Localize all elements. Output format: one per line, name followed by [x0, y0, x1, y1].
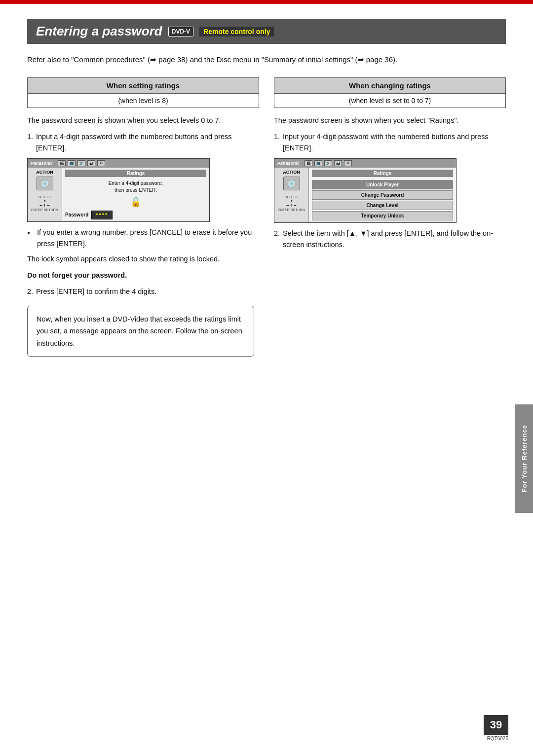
icon-r2: 📺: [314, 160, 322, 166]
right-step-1: Input your 4-digit password with the num…: [274, 131, 506, 154]
password-stars: ****: [91, 211, 113, 219]
ratings-header-right: Ratings: [312, 170, 453, 177]
dvd-screen-right: Panasonic 🎬 📺 🔊 📷 ⚙ ACTION 💿: [274, 158, 457, 223]
action-label-right: ACTION: [283, 170, 300, 175]
left-step-2-list: Press [ENTER] to confirm the 4 digits.: [27, 286, 259, 297]
enter-return-r: ENTER RETURN: [278, 208, 305, 212]
right-steps: Input your 4-digit password with the num…: [274, 131, 506, 154]
dpad-r: ⬆: [290, 199, 293, 203]
title-bar: Entering a password DVD-V Remote control…: [27, 19, 506, 44]
two-column-layout: When setting ratings (when level is 8) T…: [27, 77, 506, 357]
select-label: SELECT: [38, 195, 51, 199]
when-setting-header: When setting ratings: [28, 78, 259, 94]
when-changing-box: When changing ratings (when level is set…: [274, 77, 506, 108]
dvd-body-left: ACTION 💿 SELECT ⬆ ⬅ ⬇ ➡ ENTER RETURN: [28, 168, 209, 221]
icon-r1: 🎬: [305, 160, 312, 166]
icon-r4: 📷: [334, 160, 342, 166]
content-area: Entering a password DVD-V Remote control…: [0, 4, 533, 386]
panasonic-logo-right: Panasonic: [277, 161, 300, 166]
sidebar-tab: For Your Reference: [515, 404, 533, 513]
right-column: When changing ratings (when level is set…: [274, 77, 506, 357]
right-intro-text: The password screen is shown when you se…: [274, 115, 506, 126]
lr-dpad-r: ⬅ ⬇ ➡: [286, 204, 297, 208]
menu-option-change-level: Change Level: [312, 201, 453, 210]
dvd-header-left: Panasonic 🎬 📺 🔊 📷 ⚙: [28, 159, 209, 168]
menu-option-unlock: Unlock Player: [312, 180, 453, 189]
right-step-2: Select the item with [▲, ▼] and press [E…: [274, 228, 506, 251]
page-number-area: 39 RQT6025: [484, 715, 508, 741]
select-ctrl-left: SELECT ⬆ ⬅ ⬇ ➡ ENTER RETURN: [31, 195, 58, 212]
panasonic-logo-left: Panasonic: [31, 161, 53, 166]
icon-r5: ⚙: [344, 160, 352, 166]
right-step-2-text: Select the item with [▲, ▼] and press [E…: [283, 229, 493, 249]
dvd-right-panel-left: Ratings Enter a 4-digit password, then p…: [62, 168, 209, 221]
menu-option-temp-unlock: Temporary Unlock: [312, 211, 453, 220]
dvd-screen-left: Panasonic 🎬 📺 🔊 📷 ⚙ ACTION 💿: [27, 158, 210, 222]
password-row: Password ****: [65, 211, 206, 219]
page-code: RQT6025: [487, 736, 508, 741]
action-label-left: ACTION: [36, 170, 53, 175]
left-steps: Input a 4-digit password with the number…: [27, 131, 259, 154]
menu-option-change-pw: Change Password: [312, 190, 453, 200]
left-step-1: Input a 4-digit password with the number…: [27, 131, 259, 154]
page-number: 39: [484, 715, 508, 735]
lr-dpad: ⬅ ⬇ ➡: [39, 204, 50, 208]
select-label-r: SELECT: [285, 195, 298, 199]
bullet-item-1: If you enter a wrong number, press [CANC…: [27, 227, 259, 250]
ratings-header-left: Ratings: [65, 170, 206, 177]
left-step-2-text: Press [ENTER] to confirm the 4 digits.: [36, 288, 156, 295]
when-setting-box: When setting ratings (when level is 8): [27, 77, 259, 108]
disc-icon-right: 💿: [283, 177, 300, 190]
dvd-left-panel: ACTION 💿 SELECT ⬆ ⬅ ⬇ ➡ ENTER RETURN: [28, 168, 62, 221]
right-step-2-list: Select the item with [▲, ▼] and press [E…: [274, 228, 506, 251]
select-row-r: SELECT: [285, 195, 298, 199]
icon-5: ⚙: [97, 160, 105, 166]
left-step-1-text: Input a 4-digit password with the number…: [36, 133, 232, 152]
disc-icon-left: 💿: [37, 177, 53, 190]
menu-options: Unlock Player Change Password Change Lev…: [312, 180, 453, 220]
select-row: SELECT: [38, 195, 51, 199]
password-label: Password: [65, 212, 88, 217]
intro-text: Refer also to "Common procedures" (➡ pag…: [27, 54, 471, 66]
left-intro-text: The password screen is shown when you se…: [27, 115, 259, 126]
when-setting-sub: (when level is 8): [28, 94, 259, 108]
icon-2: 📺: [68, 160, 76, 166]
dvd-left-panel-right: ACTION 💿 SELECT ⬆ ⬅ ⬇ ➡ ENTER RETURN: [274, 168, 309, 222]
when-changing-header: When changing ratings: [274, 78, 505, 94]
dvd-body-right: ACTION 💿 SELECT ⬆ ⬅ ⬇ ➡ ENTER RETURN: [274, 168, 456, 222]
dvd-badge: DVD-V: [168, 27, 193, 36]
top-bar: [0, 0, 533, 4]
left-step-2: Press [ENTER] to confirm the 4 digits.: [27, 286, 259, 297]
dpad: ⬆: [43, 199, 46, 203]
remote-badge: Remote control only: [199, 27, 274, 36]
icon-4: 📷: [87, 160, 95, 166]
icon-r3: 🔊: [324, 160, 332, 166]
lock-icon: 🔓: [65, 197, 206, 208]
left-column: When setting ratings (when level is 8) T…: [27, 77, 259, 357]
enter-password-text: Enter a 4-digit password, then press ENT…: [65, 180, 206, 194]
dont-forget-text: Do not forget your password.: [27, 270, 259, 281]
lock-text: The lock symbol appears closed to show t…: [27, 253, 259, 265]
dvd-right-panel-right: Ratings Unlock Player Change Password Ch…: [309, 168, 456, 222]
dvd-icons-right: 🎬 📺 🔊 📷 ⚙: [305, 160, 352, 166]
page-container: For Your Reference Entering a password D…: [0, 0, 533, 756]
enter-return: ENTER RETURN: [31, 208, 58, 212]
icon-3: 🔊: [77, 160, 85, 166]
note-box: Now, when you insert a DVD-Video that ex…: [27, 306, 254, 357]
select-ctrl-right: SELECT ⬆ ⬅ ⬇ ➡ ENTER RETURN: [278, 195, 305, 212]
page-title: Entering a password: [36, 24, 162, 39]
when-changing-sub: (when level is set to 0 to 7): [274, 94, 505, 108]
dvd-header-right: Panasonic 🎬 📺 🔊 📷 ⚙: [274, 159, 456, 168]
sidebar-tab-label: For Your Reference: [521, 425, 528, 492]
icon-1: 🎬: [58, 160, 66, 166]
note-box-text: Now, when you insert a DVD-Video that ex…: [37, 315, 242, 347]
dvd-icons-left: 🎬 📺 🔊 📷 ⚙: [58, 160, 105, 166]
right-step-1-text: Input your 4-digit password with the num…: [283, 133, 489, 152]
bullet-section-left: If you enter a wrong number, press [CANC…: [27, 227, 259, 250]
